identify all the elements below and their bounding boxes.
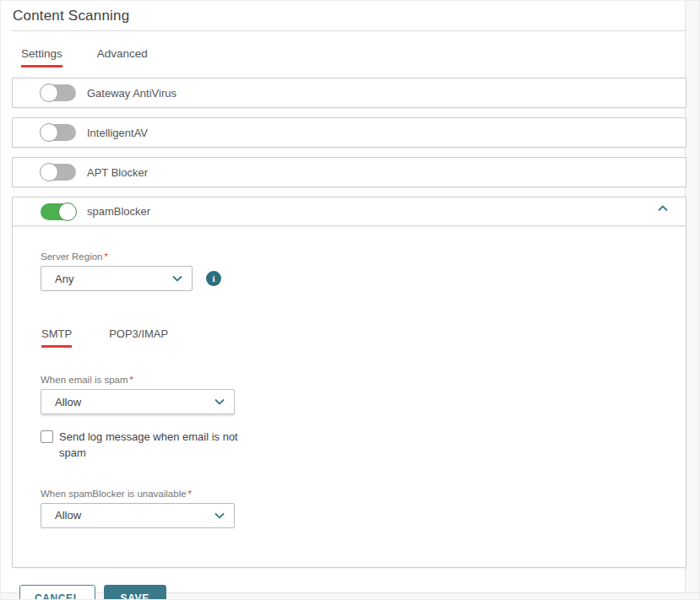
card-row: IntelligentAV bbox=[13, 118, 686, 147]
tab-advanced[interactable]: Advanced bbox=[97, 47, 148, 68]
toggle-knob bbox=[40, 123, 58, 142]
card-intelligentav: IntelligentAV bbox=[12, 117, 686, 148]
required-asterisk: * bbox=[188, 489, 192, 499]
when-spam-field: When email is spam* Allow bbox=[41, 375, 686, 414]
tab-smtp[interactable]: SMTP bbox=[41, 327, 72, 348]
toggle-label: APT Blocker bbox=[87, 166, 148, 179]
chevron-down-icon bbox=[172, 275, 182, 282]
info-icon[interactable]: i bbox=[206, 271, 221, 286]
toggle-label: IntelligentAV bbox=[87, 127, 148, 139]
toggle-label: Gateway AntiVirus bbox=[87, 87, 176, 100]
cancel-button[interactable]: CANCEL bbox=[19, 585, 95, 600]
protocol-tabs: SMTP POP3/IMAP bbox=[41, 327, 686, 348]
when-unavailable-value: Allow bbox=[55, 509, 81, 522]
tab-settings[interactable]: Settings bbox=[21, 47, 62, 68]
content-scanning-page: Content Scanning Settings Advanced Gatew… bbox=[0, 0, 700, 600]
toggle-knob bbox=[40, 84, 58, 102]
footer-actions: CANCEL SAVE bbox=[19, 585, 686, 600]
toggle-knob bbox=[40, 163, 58, 181]
server-region-label: Server Region* bbox=[41, 251, 686, 262]
main-tabs: Settings Advanced bbox=[12, 31, 686, 68]
server-region-row: Any i bbox=[41, 266, 686, 291]
spamblocker-settings: Server Region* Any i SMTP POP3/I bbox=[13, 226, 686, 567]
field-label-text: When spamBlocker is unavailable bbox=[41, 489, 187, 499]
server-region-select[interactable]: Any bbox=[41, 266, 193, 291]
when-unavailable-field: When spamBlocker is unavailable* Allow bbox=[41, 489, 686, 528]
toggle-knob bbox=[58, 203, 77, 221]
card-gateway-antivirus: Gateway AntiVirus bbox=[12, 78, 686, 108]
card-row: APT Blocker bbox=[13, 158, 686, 186]
card-spamblocker: spamBlocker Server Region* Any bbox=[12, 197, 686, 568]
gateway-antivirus-toggle[interactable] bbox=[41, 84, 76, 101]
send-log-label: Send log message when email is not spam bbox=[59, 430, 262, 462]
save-button[interactable]: SAVE bbox=[104, 585, 166, 600]
card-row: Gateway AntiVirus bbox=[13, 78, 686, 107]
send-log-row: Send log message when email is not spam bbox=[41, 430, 686, 462]
spamblocker-toggle[interactable] bbox=[41, 203, 76, 220]
tab-pop3-imap[interactable]: POP3/IMAP bbox=[109, 327, 168, 348]
when-unavailable-label: When spamBlocker is unavailable* bbox=[41, 489, 686, 499]
when-unavailable-select[interactable]: Allow bbox=[41, 503, 235, 528]
field-label-text: When email is spam bbox=[41, 375, 128, 385]
apt-blocker-toggle[interactable] bbox=[41, 164, 76, 181]
page-right-gutter bbox=[685, 1, 699, 599]
page-title: Content Scanning bbox=[12, 1, 686, 30]
main-content: Content Scanning Settings Advanced Gatew… bbox=[1, 1, 686, 600]
chevron-up-icon[interactable] bbox=[658, 205, 668, 212]
when-spam-label: When email is spam* bbox=[41, 375, 686, 385]
when-spam-select[interactable]: Allow bbox=[41, 389, 235, 414]
card-row: spamBlocker bbox=[13, 197, 686, 226]
required-asterisk: * bbox=[105, 251, 108, 262]
when-spam-value: Allow bbox=[55, 396, 81, 408]
chevron-down-icon bbox=[214, 512, 225, 519]
send-log-checkbox[interactable] bbox=[41, 430, 53, 443]
card-apt-blocker: APT Blocker bbox=[12, 157, 686, 187]
intelligentav-toggle[interactable] bbox=[41, 124, 76, 141]
toggle-label: spamBlocker bbox=[87, 205, 150, 218]
server-region-value: Any bbox=[55, 273, 73, 285]
required-asterisk: * bbox=[130, 375, 133, 385]
chevron-down-icon bbox=[214, 398, 225, 405]
feature-cards: Gateway AntiVirus IntelligentAV APT Bloc… bbox=[12, 78, 686, 568]
field-label-text: Server Region bbox=[41, 251, 103, 262]
